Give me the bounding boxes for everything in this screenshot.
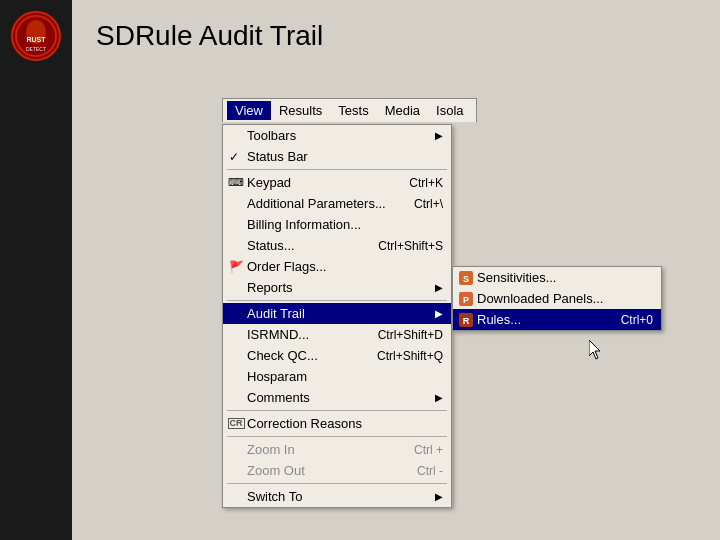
menu-results[interactable]: Results [271,101,330,120]
audit-trail-submenu: S Sensitivities... P Downloaded Panels..… [452,266,662,331]
menu-bar: View Results Tests Media Isola [222,98,477,122]
status-shortcut: Ctrl+Shift+S [358,239,443,253]
view-dropdown: Toolbars ▶ ✓ Status Bar ⌨ Keypad Ctrl+K … [222,124,452,508]
left-sidebar: RUST DETECT [0,0,72,540]
menu-item-zoom-in[interactable]: Zoom In Ctrl + [223,439,451,460]
svg-text:R: R [463,316,470,326]
keypad-shortcut: Ctrl+K [389,176,443,190]
rules-icon: R [457,311,475,329]
menu-item-correction-reasons[interactable]: CR Correction Reasons [223,413,451,434]
menu-view[interactable]: View [227,101,271,120]
menu-item-keypad[interactable]: ⌨ Keypad Ctrl+K [223,172,451,193]
menu-bar-container: View Results Tests Media Isola Toolbars … [222,98,477,122]
billing-label: Billing Information... [247,217,361,232]
rules-shortcut: Ctrl+0 [611,313,653,327]
menu-item-reports[interactable]: Reports ▶ [223,277,451,298]
svg-text:DETECT: DETECT [26,46,46,52]
additional-params-shortcut: Ctrl+\ [394,197,443,211]
isrmnd-label: ISRMND... [247,327,309,342]
toolbars-label: Toolbars [247,128,296,143]
separator-1 [227,169,447,170]
keypad-icon: ⌨ [227,174,245,192]
svg-text:RUST: RUST [26,36,46,43]
menu-isola[interactable]: Isola [428,101,471,120]
menu-item-toolbars[interactable]: Toolbars ▶ [223,125,451,146]
menu-tests[interactable]: Tests [330,101,376,120]
menu-item-comments[interactable]: Comments ▶ [223,387,451,408]
audit-trail-arrow: ▶ [435,308,443,319]
svg-marker-10 [589,340,600,359]
statusbar-label: Status Bar [247,149,308,164]
sensitivities-label: Sensitivities... [477,270,556,285]
menu-item-switch-to[interactable]: Switch To ▶ [223,486,451,507]
logo: RUST DETECT [11,11,61,61]
reports-arrow: ▶ [435,282,443,293]
zoom-out-label: Zoom Out [247,463,305,478]
comments-label: Comments [247,390,310,405]
check-qc-shortcut: Ctrl+Shift+Q [357,349,443,363]
status-label: Status... [247,238,295,253]
hosparam-label: Hosparam [247,369,307,384]
downloaded-panels-label: Downloaded Panels... [477,291,603,306]
submenu-rules[interactable]: R Rules... Ctrl+0 [453,309,661,330]
additional-params-label: Additional Parameters... [247,196,386,211]
svg-text:P: P [463,295,469,305]
order-flags-label: Order Flags... [247,259,326,274]
rules-label: Rules... [477,312,521,327]
check-qc-label: Check QC... [247,348,318,363]
switch-to-arrow: ▶ [435,491,443,502]
separator-4 [227,436,447,437]
keypad-label: Keypad [247,175,291,190]
zoom-out-shortcut: Ctrl - [397,464,443,478]
menu-item-zoom-out[interactable]: Zoom Out Ctrl - [223,460,451,481]
correction-reasons-label: Correction Reasons [247,416,362,431]
menu-item-check-qc[interactable]: Check QC... Ctrl+Shift+Q [223,345,451,366]
audit-trail-label: Audit Trail [247,306,305,321]
panels-icon: P [457,290,475,308]
sensitivity-icon: S [457,269,475,287]
submenu-sensitivities[interactable]: S Sensitivities... [453,267,661,288]
menu-item-isrmnd[interactable]: ISRMND... Ctrl+Shift+D [223,324,451,345]
main-area: SDRule Audit Trail View Results Tests Me… [72,0,720,540]
separator-5 [227,483,447,484]
toolbars-arrow: ▶ [435,130,443,141]
logo-area: RUST DETECT [8,8,64,64]
switch-to-label: Switch To [247,489,302,504]
comments-arrow: ▶ [435,392,443,403]
statusbar-check: ✓ [229,150,239,164]
zoom-in-label: Zoom In [247,442,295,457]
svg-text:S: S [463,274,469,284]
zoom-in-shortcut: Ctrl + [394,443,443,457]
mouse-cursor [589,340,601,358]
flag-icon: 🚩 [227,258,245,276]
menu-item-additional-params[interactable]: Additional Parameters... Ctrl+\ [223,193,451,214]
menu-item-statusbar[interactable]: ✓ Status Bar [223,146,451,167]
menu-item-hosparam[interactable]: Hosparam [223,366,451,387]
reports-label: Reports [247,280,293,295]
separator-3 [227,410,447,411]
menu-item-status[interactable]: Status... Ctrl+Shift+S [223,235,451,256]
submenu-downloaded-panels[interactable]: P Downloaded Panels... [453,288,661,309]
page-title: SDRule Audit Trail [96,20,323,52]
separator-2 [227,300,447,301]
menu-item-billing[interactable]: Billing Information... [223,214,451,235]
menu-item-audit-trail[interactable]: Audit Trail ▶ [223,303,451,324]
menu-media[interactable]: Media [377,101,428,120]
isrmnd-shortcut: Ctrl+Shift+D [358,328,443,342]
menu-item-order-flags[interactable]: 🚩 Order Flags... [223,256,451,277]
cr-icon: CR [227,415,245,433]
